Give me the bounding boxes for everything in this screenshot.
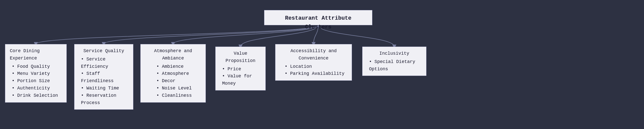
list-item: Parking Availability (283, 70, 345, 77)
list-item: Portion Size (10, 77, 62, 85)
core-dining-title: Core Dining Experience (10, 47, 62, 62)
list-item: Menu Variety (10, 70, 62, 77)
accessibility-title: Accessibility and Convenience (280, 47, 347, 62)
inclusivity-list: Special Dietary Options (367, 58, 422, 73)
atmosphere-title: Atmosphere and Ambiance (145, 47, 201, 62)
accessibility-list: LocationParking Availability (283, 63, 345, 78)
value-proposition-title: Value Proposition (220, 50, 261, 64)
list-item: Service Efficiency (79, 56, 129, 70)
value-proposition-node: Value PropositionPriceValue for Money (215, 47, 266, 90)
list-item: Waiting Time (79, 85, 129, 92)
list-item: Location (283, 63, 345, 70)
list-item: Decor (154, 77, 192, 85)
core-dining-list: Food QualityMenu VarietyPortion SizeAuth… (10, 63, 62, 99)
list-item: Cleanliness (154, 92, 192, 99)
inclusivity-node: InclusivitySpecial Dietary Options (362, 47, 426, 76)
service-quality-list: Service EfficiencyStaff FriendlinessWait… (79, 56, 129, 107)
atmosphere-list: AmbienceAtmosphereDecorNoise LevelCleanl… (154, 63, 192, 99)
core-dining-node: Core Dining ExperienceFood QualityMenu V… (5, 44, 67, 103)
list-item: Atmosphere (154, 70, 192, 77)
inclusivity-title: Inclusivity (367, 50, 422, 57)
list-item: Authenticity (10, 85, 62, 92)
list-item: Drink Selection (10, 92, 62, 99)
accessibility-node: Accessibility and ConvenienceLocationPar… (275, 44, 352, 81)
root-label: Restaurant Attribute Clusters (285, 15, 351, 30)
service-quality-node: Service QualityService EfficiencyStaff F… (74, 44, 133, 110)
list-item: Special Dietary Options (367, 58, 422, 73)
list-item: Staff Friendliness (79, 70, 129, 85)
atmosphere-node: Atmosphere and AmbianceAmbienceAtmospher… (140, 44, 206, 103)
list-item: Ambience (154, 63, 192, 70)
list-item: Reservation Process (79, 92, 129, 107)
diagram: Restaurant Attribute Clusters Core Dinin… (0, 0, 644, 129)
root-node: Restaurant Attribute Clusters (264, 10, 372, 25)
value-proposition-list: PriceValue for Money (220, 66, 261, 87)
list-item: Food Quality (10, 63, 62, 70)
list-item: Value for Money (220, 73, 261, 87)
service-quality-title: Service Quality (79, 47, 129, 55)
list-item: Noise Level (154, 85, 192, 92)
list-item: Price (220, 66, 261, 73)
